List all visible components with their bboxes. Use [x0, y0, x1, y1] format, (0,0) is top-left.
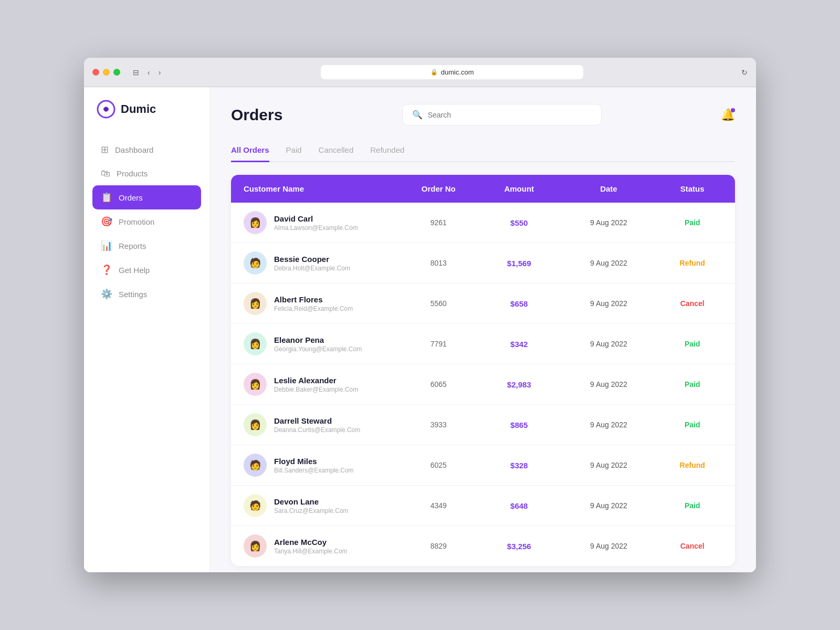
order-date: 9 Aug 2022	[564, 461, 654, 469]
table-row[interactable]: 🧑 Bessie Cooper Debra.Holt@Example.Com 8…	[231, 243, 735, 284]
th-order-no: Order No	[402, 184, 475, 193]
customer-info: Darrell Steward Deanna.Curtis@Example.Co…	[274, 416, 360, 434]
th-amount: Amount	[483, 184, 555, 193]
table-row[interactable]: 👩 Albert Flores Felicia.Reid@Example.Com…	[231, 284, 735, 324]
search-input[interactable]	[428, 111, 592, 119]
customer-info: Bessie Cooper Debra.Holt@Example.Com	[274, 254, 350, 272]
forward-button[interactable]: ›	[156, 67, 163, 78]
sidebar-item-label: Get Help	[119, 266, 150, 275]
order-number: 8829	[402, 542, 475, 550]
traffic-lights	[92, 69, 120, 76]
settings-icon: ⚙️	[101, 288, 112, 300]
customer-name: Devon Lane	[274, 497, 349, 507]
order-status: Refund	[662, 461, 722, 469]
order-amount: $648	[483, 501, 555, 510]
sidebar-item-settings[interactable]: ⚙️ Settings	[92, 282, 201, 306]
order-date: 9 Aug 2022	[564, 542, 654, 550]
table-row[interactable]: 👩 Eleanor Pena Georgia.Young@Example.Com…	[231, 324, 735, 364]
customer-info: Floyd Miles Bill.Sanders@Example.Com	[274, 456, 354, 474]
customer-cell: 👩 Darrell Steward Deanna.Curtis@Example.…	[244, 413, 394, 436]
table-row[interactable]: 🧑 Devon Lane Sara.Cruz@Example.Com 4349 …	[231, 486, 735, 526]
order-date: 9 Aug 2022	[564, 421, 654, 429]
nav-menu: ⊞ Dashboard 🛍 Products 📋 Orders 🎯 Promot…	[92, 138, 201, 306]
sidebar-item-get-help[interactable]: ❓ Get Help	[92, 258, 201, 282]
tab-all-orders[interactable]: All Orders	[231, 140, 269, 162]
tab-refunded[interactable]: Refunded	[370, 140, 404, 162]
app-container: Dumic ⊞ Dashboard 🛍 Products 📋 Orders 🎯 …	[84, 87, 756, 572]
table-row[interactable]: 👩 Leslie Alexander Debbie.Baker@Example.…	[231, 364, 735, 405]
table-row[interactable]: 👩 Darrell Steward Deanna.Curtis@Example.…	[231, 405, 735, 445]
customer-email: Bill.Sanders@Example.Com	[274, 467, 354, 474]
sidebar-item-orders[interactable]: 📋 Orders	[92, 185, 201, 209]
browser-window: ⊟ ‹ › 🔒 dumic.com ↻ Dumic	[84, 58, 756, 572]
back-button[interactable]: ‹	[145, 67, 152, 78]
customer-email: Sara.Cruz@Example.Com	[274, 507, 349, 514]
th-date: Date	[564, 184, 654, 193]
tab-paid[interactable]: Paid	[286, 140, 302, 162]
tab-cancelled[interactable]: Cancelled	[319, 140, 354, 162]
sidebar: Dumic ⊞ Dashboard 🛍 Products 📋 Orders 🎯 …	[84, 87, 210, 572]
order-number: 7791	[402, 340, 475, 348]
customer-cell: 👩 Eleanor Pena Georgia.Young@Example.Com	[244, 332, 394, 355]
customer-name: Arlene McCoy	[274, 537, 348, 548]
customer-info: Arlene McCoy Tanya.Hill@Example.Com	[274, 537, 348, 555]
table-row[interactable]: 👩 Arlene McCoy Tanya.Hill@Example.Com 88…	[231, 526, 735, 566]
avatar: 👩	[244, 332, 267, 355]
close-button[interactable]	[92, 69, 99, 76]
th-customer-name: Customer Name	[244, 184, 394, 193]
order-date: 9 Aug 2022	[564, 299, 654, 308]
address-bar[interactable]: 🔒 dumic.com	[321, 65, 583, 79]
main-content: Orders 🔍 🔔 All OrdersPaidCancelledRefund…	[210, 87, 756, 572]
customer-cell: 👩 Arlene McCoy Tanya.Hill@Example.Com	[244, 534, 394, 558]
customer-info: Eleanor Pena Georgia.Young@Example.Com	[274, 335, 362, 353]
reload-button[interactable]: ↻	[741, 68, 748, 77]
tabs-container: All OrdersPaidCancelledRefunded	[231, 140, 735, 162]
customer-name: Bessie Cooper	[274, 254, 350, 265]
order-number: 4349	[402, 501, 475, 510]
avatar: 👩	[244, 373, 267, 396]
sidebar-item-promotion[interactable]: 🎯 Promotion	[92, 209, 201, 234]
order-date: 9 Aug 2022	[564, 380, 654, 388]
search-bar[interactable]: 🔍	[402, 104, 602, 125]
reports-icon: 📊	[101, 240, 112, 251]
customer-email: Debra.Holt@Example.Com	[274, 265, 350, 272]
sidebar-item-products[interactable]: 🛍 Products	[92, 162, 201, 185]
table-row[interactable]: 👩 David Carl Alma.Lawson@Example.Com 926…	[231, 203, 735, 243]
order-status: Refund	[662, 259, 722, 267]
sidebar-item-reports[interactable]: 📊 Reports	[92, 234, 201, 258]
promotion-icon: 🎯	[101, 216, 112, 227]
order-number: 8013	[402, 259, 475, 267]
sidebar-toggle-button[interactable]: ⊟	[131, 67, 141, 78]
customer-cell: 🧑 Devon Lane Sara.Cruz@Example.Com	[244, 494, 394, 517]
logo-text: Dumic	[121, 102, 156, 116]
sidebar-item-label: Orders	[119, 193, 143, 202]
customer-email: Alma.Lawson@Example.Com	[274, 224, 358, 232]
order-amount: $342	[483, 340, 555, 349]
logo-icon	[97, 100, 116, 119]
customer-name: Floyd Miles	[274, 456, 354, 467]
order-status: Paid	[662, 218, 722, 227]
sidebar-item-label: Promotion	[119, 217, 154, 226]
avatar: 👩	[244, 292, 267, 315]
order-status: Paid	[662, 421, 722, 429]
svg-point-1	[104, 107, 108, 111]
sidebar-item-dashboard[interactable]: ⊞ Dashboard	[92, 138, 201, 162]
order-amount: $3,256	[483, 542, 555, 551]
dashboard-icon: ⊞	[101, 144, 109, 155]
customer-email: Georgia.Young@Example.Com	[274, 345, 362, 353]
maximize-button[interactable]	[113, 69, 120, 76]
minimize-button[interactable]	[103, 69, 110, 76]
order-number: 9261	[402, 218, 475, 227]
sidebar-item-label: Settings	[119, 290, 147, 299]
sidebar-item-label: Dashboard	[115, 145, 153, 154]
notification-button[interactable]: 🔔	[721, 108, 735, 122]
th-status: Status	[662, 184, 722, 193]
avatar: 👩	[244, 413, 267, 436]
order-number: 6065	[402, 380, 475, 388]
notification-badge	[731, 108, 735, 112]
table-row[interactable]: 🧑 Floyd Miles Bill.Sanders@Example.Com 6…	[231, 445, 735, 486]
customer-name: Eleanor Pena	[274, 335, 362, 345]
customer-name: Albert Flores	[274, 295, 353, 305]
customer-email: Tanya.Hill@Example.Com	[274, 548, 348, 555]
url-display: dumic.com	[441, 68, 474, 76]
